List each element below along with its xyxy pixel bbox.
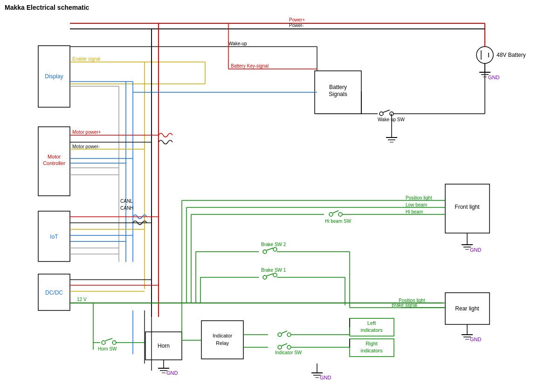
diagram-container: Makka Electrical schematic Display Motor… <box>0 0 552 392</box>
svg-line-96 <box>383 110 390 112</box>
svg-rect-9 <box>201 321 243 359</box>
motor-power-minus-label: Motor power- <box>72 144 100 149</box>
svg-point-106 <box>102 341 105 344</box>
svg-point-11 <box>476 47 493 63</box>
battery-key-label: Battery Key-signal <box>231 63 269 69</box>
gnd-front-light-label: GND <box>470 247 482 253</box>
motor-power-plus-label: Motor power+ <box>72 130 101 135</box>
left-indicators-label2: indicators <box>360 327 383 333</box>
svg-line-117 <box>282 331 287 333</box>
low-beam-label: Low beam <box>406 202 427 207</box>
battery-signals-label: Battery <box>329 84 347 90</box>
svg-point-66 <box>273 248 277 251</box>
rear-light-label: Rear light <box>455 305 479 312</box>
svg-point-115 <box>278 333 282 337</box>
motor-controller-label: Motor <box>48 154 61 159</box>
indicator-sw-label: Indicator SW <box>275 350 302 355</box>
brake-sw1-label: Brake SW 1 <box>261 268 286 273</box>
hi-beam-label: Hi beam <box>406 209 423 214</box>
battery-signals-label2: Signals <box>329 91 347 97</box>
svg-line-108 <box>105 338 112 341</box>
svg-point-59 <box>329 213 333 216</box>
svg-line-67 <box>267 248 273 250</box>
position-light-front-label: Position light <box>406 195 432 200</box>
svg-point-94 <box>380 112 383 116</box>
front-light-label: Front light <box>455 204 480 210</box>
battery-48v-label: 48V Battery <box>497 52 526 58</box>
svg-point-119 <box>287 345 291 349</box>
indicator-relay-label: Indicator <box>213 333 233 338</box>
canl-label: CANL <box>120 199 133 204</box>
indicator-relay-label2: Relay <box>216 340 229 346</box>
power-minus-label: Power- <box>289 23 304 28</box>
svg-point-116 <box>287 333 291 337</box>
horn-label: Horn <box>158 343 170 349</box>
display-label: Display <box>45 73 63 80</box>
gnd-rear-light-label: GND <box>470 337 482 342</box>
gnd-battery-label: GND <box>488 75 500 80</box>
brake-sw2-label: Brake SW 2 <box>261 242 286 247</box>
twelve-v-label: 12 V <box>77 297 87 302</box>
brake-signal-label: Brake signal <box>392 303 417 308</box>
horn-sw-label: Horn SW <box>98 346 117 351</box>
svg-point-73 <box>263 275 267 279</box>
right-indicators-label: Right <box>366 341 378 346</box>
svg-line-75 <box>267 274 273 276</box>
power-plus-label: Power+ <box>289 17 305 22</box>
right-indicators-label2: indicators <box>360 348 383 353</box>
svg-point-107 <box>112 341 116 344</box>
enable-signal-label: Enable signal <box>72 56 100 62</box>
svg-point-118 <box>278 345 282 349</box>
gnd-indicators-label: GND <box>320 375 331 380</box>
dcdc-label: DC/DC <box>45 289 63 296</box>
svg-point-74 <box>273 273 277 277</box>
svg-point-60 <box>338 213 342 216</box>
left-indicators-label: Left <box>367 320 376 326</box>
svg-line-120 <box>282 344 287 346</box>
wakeup-label: Wake-up <box>228 41 247 46</box>
svg-line-61 <box>333 211 338 213</box>
hi-beam-sw-label: Hi beam SW <box>325 219 352 224</box>
canh-label: CANH <box>120 206 133 211</box>
svg-point-65 <box>263 250 267 254</box>
motor-controller-label2: Controller <box>43 160 65 166</box>
gnd-horn-label: GND <box>166 370 178 376</box>
schematic-diagram: Display Motor Controller IoT DC/DC Batte… <box>0 0 552 392</box>
iot-label: IoT <box>50 234 58 240</box>
